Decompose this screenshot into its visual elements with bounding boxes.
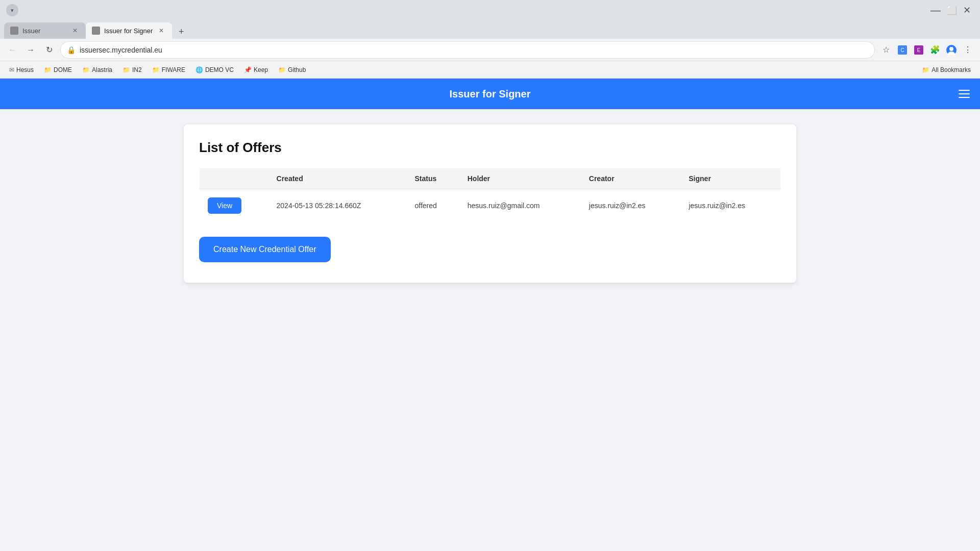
col-status: Status	[407, 168, 459, 189]
bookmark-all[interactable]: 📁 All Bookmarks	[918, 64, 975, 76]
bookmark-keep[interactable]: 📌 Keep	[240, 64, 272, 76]
hamburger-line-2	[959, 93, 970, 94]
new-tab-button[interactable]: +	[174, 24, 188, 39]
tab-issuer[interactable]: Issuer ✕	[4, 22, 86, 39]
svg-rect-0	[11, 28, 17, 34]
dome-folder-icon: 📁	[44, 66, 52, 73]
fiware-folder-icon: 📁	[152, 66, 160, 73]
svg-point-7	[949, 47, 953, 51]
svg-rect-1	[93, 28, 99, 34]
chrome-browser-icon[interactable]: C	[895, 43, 910, 57]
window-dropdown[interactable]: ▾	[6, 4, 18, 16]
hesus-gmail-icon: ✉	[9, 66, 14, 73]
hamburger-line-1	[959, 90, 970, 91]
bookmark-dome[interactable]: 📁 DOME	[40, 64, 76, 76]
svg-text:E: E	[917, 47, 921, 53]
address-bar-container[interactable]: 🔒	[60, 41, 875, 59]
bookmark-fiware-label: FIWARE	[162, 66, 185, 73]
in2-folder-icon: 📁	[122, 66, 130, 73]
table-cell-creator: jesus.ruiz@in2.es	[581, 189, 680, 222]
bookmark-star-button[interactable]: ☆	[879, 43, 893, 57]
page-content: Issuer for Signer List of Offers Created…	[0, 79, 980, 551]
keep-pin-icon: 📌	[244, 66, 252, 73]
extension-puzzle-icon[interactable]: E	[912, 43, 926, 57]
bookmark-all-label: All Bookmarks	[932, 66, 971, 73]
tab-issuer-signer-title: Issuer for Signer	[104, 27, 153, 35]
col-created: Created	[268, 168, 407, 189]
table-cell-holder: hesus.ruiz@gmail.com	[459, 189, 581, 222]
nav-bar: ← → ↻ 🔒 ☆ C E 🧩	[0, 39, 980, 61]
table-cell-created: 2024-05-13 05:28:14.660Z	[268, 189, 407, 222]
maximize-button[interactable]: ⬜	[944, 6, 960, 15]
reload-button[interactable]: ↻	[42, 43, 56, 57]
title-bar: ▾ — ⬜ ✕	[0, 0, 980, 20]
tabs-bar: Issuer ✕ Issuer for Signer ✕ +	[0, 20, 980, 39]
table-cell-status: offered	[407, 189, 459, 222]
extensions-icon[interactable]: 🧩	[928, 43, 942, 57]
bookmark-alastria-label: Alastria	[92, 66, 112, 73]
hamburger-line-3	[959, 97, 970, 98]
page-title: List of Offers	[199, 140, 781, 156]
close-button[interactable]: ✕	[960, 5, 974, 16]
tab-issuer-close[interactable]: ✕	[70, 26, 80, 35]
tab-issuer-signer-favicon	[92, 27, 100, 35]
col-action	[200, 168, 268, 189]
tab-issuer-title: Issuer	[22, 27, 66, 35]
bookmark-hesus[interactable]: ✉ Hesus	[5, 64, 38, 76]
security-icon: 🔒	[67, 46, 76, 54]
menu-button[interactable]: ⋮	[961, 43, 975, 57]
github-folder-icon: 📁	[278, 66, 286, 73]
bookmark-fiware[interactable]: 📁 FIWARE	[148, 64, 189, 76]
col-holder: Holder	[459, 168, 581, 189]
alastria-folder-icon: 📁	[82, 66, 90, 73]
all-bookmarks-folder-icon: 📁	[922, 66, 929, 73]
browser-window: ▾ — ⬜ ✕ Issuer ✕ Issuer for Signer ✕ + ←…	[0, 0, 980, 551]
create-credential-offer-button[interactable]: Create New Credential Offer	[199, 237, 331, 262]
profile-icon[interactable]	[944, 43, 959, 57]
table-header-row: Created Status Holder Creator Signer	[200, 168, 781, 189]
app-header-title: Issuer for Signer	[450, 88, 531, 100]
main-container: List of Offers Created Status Holder Cre…	[184, 124, 796, 283]
table-row: View 2024-05-13 05:28:14.660Z offered he…	[200, 189, 781, 222]
hamburger-menu-button[interactable]	[959, 90, 970, 98]
app-header: Issuer for Signer	[0, 79, 980, 109]
bookmark-hesus-label: Hesus	[16, 66, 34, 73]
bookmark-github[interactable]: 📁 Github	[274, 64, 310, 76]
demo-vc-globe-icon: 🌐	[195, 66, 203, 73]
nav-right: ☆ C E 🧩 ⋮	[879, 43, 975, 57]
table-cell-action: View	[200, 189, 268, 222]
bookmark-dome-label: DOME	[54, 66, 72, 73]
address-bar[interactable]	[80, 46, 868, 54]
offers-table: Created Status Holder Creator Signer Vie…	[199, 168, 781, 222]
bookmark-in2-label: IN2	[132, 66, 142, 73]
bookmark-keep-label: Keep	[254, 66, 268, 73]
tab-issuer-signer-close[interactable]: ✕	[157, 26, 166, 35]
back-button[interactable]: ←	[5, 43, 19, 57]
tab-issuer-favicon	[10, 27, 18, 35]
bookmark-in2[interactable]: 📁 IN2	[118, 64, 146, 76]
table-cell-signer: jesus.ruiz@in2.es	[680, 189, 780, 222]
view-button[interactable]: View	[208, 197, 241, 214]
minimize-button[interactable]: —	[927, 5, 944, 16]
svg-text:C: C	[900, 47, 904, 53]
bookmark-alastria[interactable]: 📁 Alastria	[78, 64, 116, 76]
tab-issuer-signer[interactable]: Issuer for Signer ✕	[86, 22, 172, 39]
forward-button[interactable]: →	[23, 43, 38, 57]
bookmark-demo-vc[interactable]: 🌐 DEMO VC	[191, 64, 238, 76]
bookmark-demo-vc-label: DEMO VC	[205, 66, 234, 73]
col-creator: Creator	[581, 168, 680, 189]
bookmarks-right: 📁 All Bookmarks	[918, 64, 975, 76]
bookmark-github-label: Github	[288, 66, 306, 73]
col-signer: Signer	[680, 168, 780, 189]
bookmarks-bar: ✉ Hesus 📁 DOME 📁 Alastria 📁 IN2 📁 FIWARE…	[0, 61, 980, 79]
